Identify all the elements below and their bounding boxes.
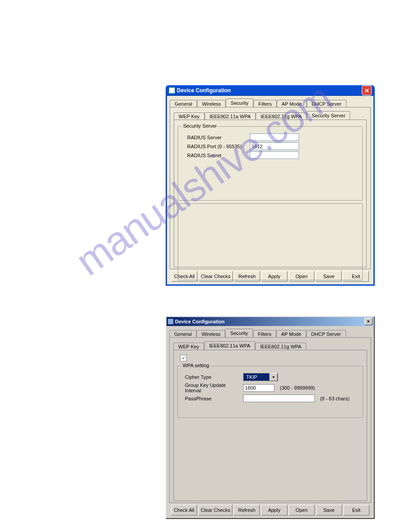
main-tab-row: General Wireless Security Filters AP Mod… — [169, 328, 371, 337]
tab-filters[interactable]: Filters — [253, 330, 276, 338]
radius-secret-label: RADIUS Secret — [184, 153, 250, 158]
groupbox-title: WPA setting — [181, 363, 210, 368]
radius-port-label: RADIUS Port (0 - 65535) — [184, 144, 250, 149]
button-bar: Check All Clear Checks Refresh Apply Ope… — [169, 503, 371, 516]
refresh-button[interactable]: Refresh — [234, 505, 260, 515]
tab-wireless[interactable]: Wireless — [197, 100, 226, 107]
groupbox-title: Security Server — [182, 123, 218, 129]
tab-security[interactable]: Security — [226, 99, 253, 107]
passphrase-hint: (8 - 63 chars) — [320, 396, 349, 401]
dropdown-arrow-icon[interactable]: ▼ — [270, 373, 278, 381]
subtab-security-server[interactable]: Security Server — [307, 111, 350, 120]
radius-server-label: RADIUS Server — [184, 135, 250, 140]
tab-ap-mode[interactable]: AP Mode — [276, 330, 306, 338]
cipher-type-select[interactable]: TKIP ▼ — [243, 373, 278, 381]
radius-port-input[interactable] — [250, 142, 299, 150]
subtab-80211g-wpa[interactable]: IEEE802.11g WPA — [256, 112, 307, 120]
close-button[interactable]: ✕ — [362, 86, 372, 95]
tab-filters[interactable]: Filters — [253, 100, 277, 107]
main-tab-row: General Wireless Security Filters AP Mod… — [170, 98, 371, 107]
cipher-type-value: TKIP — [244, 374, 270, 380]
tab-dhcp-server[interactable]: DHCP Server — [307, 100, 346, 107]
window-title: Device Configuration — [177, 87, 231, 94]
wpa-enable-checkbox[interactable]: ✓ — [180, 355, 187, 361]
tab-wireless[interactable]: Wireless — [197, 330, 225, 338]
app-icon — [168, 319, 173, 324]
subtab-wep-key[interactable]: WEP Key — [173, 343, 204, 350]
device-config-window-1: Device Configuration ✕ General Wireless … — [166, 85, 375, 286]
gkui-input[interactable] — [243, 384, 274, 392]
title-bar: Device Configuration ✕ — [167, 317, 374, 326]
exit-button[interactable]: Exit — [343, 505, 369, 515]
tab-security[interactable]: Security — [225, 329, 253, 337]
subtab-80211a-wpa[interactable]: IEEE802.11a WPA — [204, 341, 255, 350]
save-button[interactable]: Save — [316, 505, 342, 515]
apply-button[interactable]: Apply — [261, 505, 287, 515]
tab-general[interactable]: General — [169, 330, 197, 338]
close-button[interactable]: ✕ — [364, 318, 372, 325]
clear-checks-button[interactable]: Clear Checks — [198, 505, 232, 515]
radius-server-input[interactable] — [250, 133, 299, 141]
subtab-wep-key[interactable]: WEP Key — [174, 112, 205, 120]
title-bar: Device Configuration ✕ — [167, 85, 373, 96]
sub-tab-row: WEP Key IEEE802.11a WPA IEEE802.11g WPA — [173, 340, 367, 350]
sub-tab-row: WEP Key IEEE802.11a WPA IEEE802.11g WPA … — [174, 110, 367, 120]
gkui-label: Group Key Update Interval — [183, 382, 243, 393]
radius-secret-input[interactable] — [250, 151, 299, 159]
gkui-hint: (300 - 9999999) — [280, 385, 315, 390]
empty-lower-panel — [178, 203, 363, 280]
tab-dhcp-server[interactable]: DHCP Server — [306, 330, 346, 338]
passphrase-label: PassPhrase — [183, 396, 243, 401]
cipher-type-label: Cipher Type — [183, 374, 243, 380]
open-button[interactable]: Open — [289, 505, 315, 515]
subtab-80211a-wpa[interactable]: IEEE802.11a WPA — [205, 112, 256, 120]
window-title: Device Configuration — [175, 319, 225, 324]
passphrase-input[interactable] — [243, 395, 315, 402]
tab-general[interactable]: General — [170, 100, 197, 107]
tab-ap-mode[interactable]: AP Mode — [277, 100, 307, 107]
app-icon — [169, 87, 175, 94]
subtab-80211g-wpa[interactable]: IEEE802.11g WPA — [255, 343, 306, 350]
device-config-window-2: Device Configuration ✕ General Wireless … — [166, 316, 375, 519]
check-all-button[interactable]: Check All — [171, 505, 197, 515]
